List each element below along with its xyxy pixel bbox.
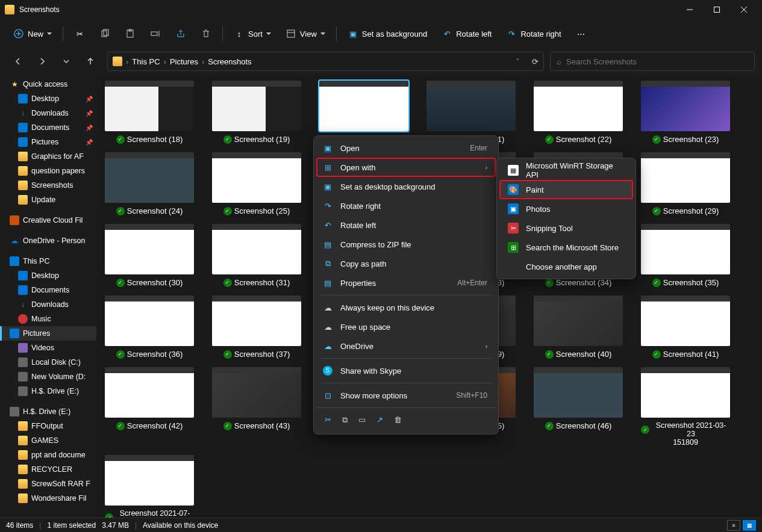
sub-photos[interactable]: ▣Photos: [499, 199, 633, 218]
sub-choose-another[interactable]: Choose another app: [499, 257, 633, 276]
sidebar-folder[interactable]: Screenshots: [0, 178, 96, 193]
more-button[interactable]: ⋯: [570, 23, 593, 45]
details-view-button[interactable]: ≡: [727, 520, 740, 531]
file-item[interactable]: ✓Screenshot (25): [212, 152, 301, 215]
copy-button[interactable]: [93, 23, 116, 45]
back-button[interactable]: [7, 51, 29, 72]
breadcrumb[interactable]: Screenshots: [208, 57, 251, 66]
file-item[interactable]: ✓Screenshot 2021-07-13 122136: [105, 455, 194, 518]
sidebar-local-disk[interactable]: Local Disk (C:): [0, 355, 96, 370]
ctx-compress-zip[interactable]: ▤Compress to ZIP file: [316, 235, 496, 254]
ctx-onedrive[interactable]: ☁OneDrive›: [316, 336, 496, 356]
sidebar-folder[interactable]: Graphics for AF: [0, 149, 96, 164]
file-item[interactable]: ✓Screenshot (37): [212, 295, 301, 359]
file-item[interactable]: ✓Screenshot (43): [212, 367, 301, 447]
ctx-rotate-right[interactable]: ↷Rotate right: [316, 196, 496, 215]
sidebar-music[interactable]: Music: [0, 312, 96, 326]
file-item[interactable]: ✓Screenshot (36): [105, 295, 194, 359]
sidebar-downloads[interactable]: ↓Downloads: [0, 297, 96, 312]
maximize-button[interactable]: [703, 0, 730, 19]
sidebar-creative-cloud[interactable]: Creative Cloud Fil: [0, 213, 96, 227]
search-box[interactable]: ⌕: [550, 52, 755, 71]
trash-icon[interactable]: 🗑: [394, 415, 402, 424]
ctx-free-space[interactable]: ☁Free up space: [316, 317, 496, 336]
set-background-button[interactable]: ▣Set as background: [342, 23, 433, 45]
delete-button[interactable]: [195, 23, 217, 45]
breadcrumb[interactable]: Pictures: [170, 57, 198, 66]
paste-button[interactable]: [119, 23, 142, 45]
file-item[interactable]: ✓Screenshot (24): [105, 152, 194, 215]
file-item[interactable]: ✓Screenshot (35): [641, 224, 730, 287]
share-button[interactable]: [169, 23, 192, 45]
sidebar-folder[interactable]: ScrewSoft RAR F: [0, 477, 96, 491]
sidebar-folder[interactable]: RECYCLER: [0, 462, 96, 477]
file-item[interactable]: ✓Screenshot (23): [641, 81, 730, 144]
sidebar-folder[interactable]: Update: [0, 193, 96, 207]
sidebar-pictures[interactable]: Pictures📌: [0, 135, 96, 149]
file-item[interactable]: ✓Screenshot (31): [212, 224, 301, 287]
recent-button[interactable]: [55, 51, 77, 72]
sidebar-documents[interactable]: Documents: [0, 283, 96, 297]
ctx-set-desktop[interactable]: ▣Set as desktop background: [316, 177, 496, 196]
file-item[interactable]: ✓Screenshot (20): [319, 81, 408, 144]
sidebar-this-pc[interactable]: This PC: [0, 254, 96, 268]
sidebar-folder[interactable]: ppt and docume: [0, 448, 96, 462]
sidebar-downloads[interactable]: ↓Downloads📌: [0, 106, 96, 120]
ctx-open-with[interactable]: ⊞Open with›: [316, 158, 496, 177]
sidebar-desktop[interactable]: Desktop: [0, 268, 96, 283]
chevron-down-icon[interactable]: ˅: [516, 57, 520, 66]
minimize-button[interactable]: [676, 0, 703, 19]
file-item[interactable]: ✓Screenshot (41): [641, 295, 730, 359]
file-item[interactable]: ✓Screenshot (18): [105, 81, 194, 144]
view-button[interactable]: View: [280, 23, 331, 45]
sidebar-new-volume[interactable]: New Volume (D:: [0, 370, 96, 384]
rename-button[interactable]: [144, 23, 167, 45]
sub-winrt[interactable]: ▦Microsoft WinRT Storage API: [499, 161, 633, 180]
sidebar-desktop[interactable]: Desktop📌: [0, 91, 96, 106]
new-button[interactable]: New: [7, 23, 58, 45]
copy-icon[interactable]: ⧉: [342, 415, 348, 425]
file-item[interactable]: ✓Screenshot (40): [534, 295, 623, 359]
file-item[interactable]: ✓Screenshot (19): [212, 81, 301, 144]
file-item[interactable]: ✓Screenshot (29): [641, 152, 730, 215]
sidebar-folder[interactable]: GAMES: [0, 433, 96, 448]
file-item[interactable]: ✓Screenshot (46): [534, 367, 623, 447]
ctx-copy-path[interactable]: ⧉Copy as path: [316, 254, 496, 273]
ctx-properties[interactable]: ▤PropertiesAlt+Enter: [316, 273, 496, 292]
share-icon[interactable]: ↗: [376, 415, 383, 424]
file-item[interactable]: ✓Screenshot 2021-03-23 151809: [641, 367, 730, 447]
sidebar-hs-drive[interactable]: H.$. Drive (E:): [0, 404, 96, 419]
ctx-rotate-left[interactable]: ↶Rotate left: [316, 215, 496, 235]
sidebar-quick-access[interactable]: ★Quick access: [0, 77, 96, 91]
file-item[interactable]: ✓Screenshot (42): [105, 367, 194, 447]
sidebar-onedrive[interactable]: ☁OneDrive - Person: [0, 234, 96, 248]
sidebar-folder[interactable]: Wondershare Fil: [0, 491, 96, 506]
sidebar-folder[interactable]: question papers: [0, 164, 96, 178]
navigation-pane[interactable]: ★Quick access Desktop📌 ↓Downloads📌 Docum…: [0, 75, 96, 518]
rotate-left-button[interactable]: ↶Rotate left: [436, 23, 498, 45]
breadcrumb[interactable]: This PC: [132, 57, 160, 66]
sort-button[interactable]: ↕Sort: [228, 23, 277, 45]
sidebar-documents[interactable]: Documents📌: [0, 120, 96, 135]
rotate-right-button[interactable]: ↷Rotate right: [500, 23, 567, 45]
search-input[interactable]: [566, 57, 748, 66]
sub-paint[interactable]: 🎨Paint: [499, 180, 633, 199]
thumbnails-view-button[interactable]: ▦: [743, 520, 756, 531]
refresh-icon[interactable]: ⟳: [532, 57, 539, 66]
address-bar[interactable]: › This PC › Pictures › Screenshots ˅ ⟳: [107, 52, 544, 71]
sidebar-hs-drive[interactable]: H.$. Drive (E:): [0, 384, 96, 398]
close-button[interactable]: [730, 0, 757, 19]
file-item[interactable]: ✓Screenshot (22): [534, 81, 623, 144]
ctx-always-keep[interactable]: ☁Always keep on this device: [316, 298, 496, 317]
rename-icon[interactable]: ▭: [358, 415, 366, 424]
sidebar-videos[interactable]: Videos: [0, 341, 96, 355]
sidebar-pictures[interactable]: Pictures: [0, 326, 96, 341]
file-item[interactable]: ✓Screenshot (21): [426, 81, 516, 144]
forward-button[interactable]: [31, 51, 53, 72]
ctx-open[interactable]: ▣OpenEnter: [316, 138, 496, 158]
sub-store[interactable]: ⊞Search the Microsoft Store: [499, 238, 633, 257]
sidebar-folder[interactable]: FFOutput: [0, 419, 96, 433]
file-item[interactable]: ✓Screenshot (30): [105, 224, 194, 287]
sub-snipping[interactable]: ✂Snipping Tool: [499, 218, 633, 238]
up-button[interactable]: [80, 51, 101, 72]
